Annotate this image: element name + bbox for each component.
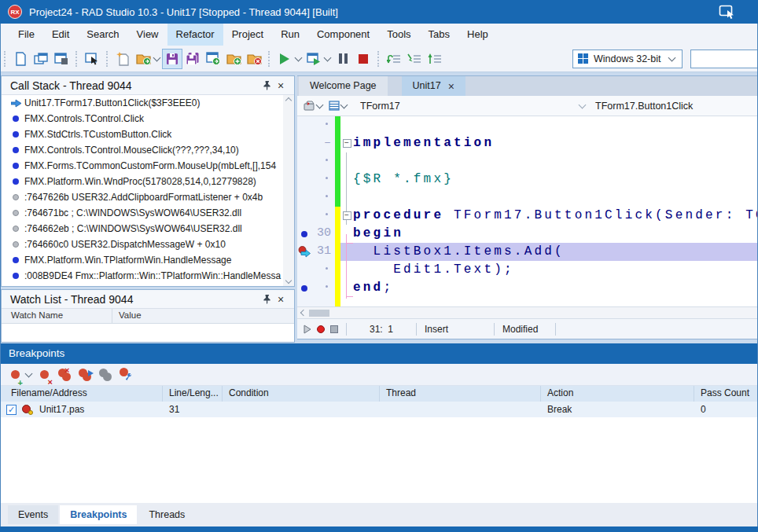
module-dropdown-chevron[interactable] — [316, 101, 324, 108]
add-breakpoint-dropdown-chevron[interactable] — [25, 369, 33, 377]
save-button[interactable] — [162, 49, 182, 69]
tab-threads[interactable]: Threads — [138, 505, 195, 524]
add-breakpoint-button[interactable]: + — [5, 365, 25, 384]
column-thread[interactable]: Thread — [380, 386, 541, 402]
call-stack-frame[interactable]: :7647626b USER32.AddClipboardFormatListe… — [2, 189, 294, 205]
new-window-button[interactable] — [51, 49, 72, 69]
save-project-as-button[interactable] — [203, 49, 223, 69]
menu-item[interactable]: Tools — [378, 24, 419, 46]
code-line[interactable]: 30begin — [297, 225, 757, 243]
gutter-breakpoint-margin[interactable] — [297, 116, 311, 134]
program-reset-button[interactable] — [353, 49, 373, 69]
breakpoint-enabled-checkbox[interactable]: ✓ — [6, 405, 17, 415]
module-icon[interactable] — [303, 100, 316, 112]
column-condition[interactable]: Condition — [223, 386, 380, 402]
code-line[interactable]: Edit1.Text); — [297, 261, 757, 279]
scroll-up-icon[interactable] — [285, 97, 292, 104]
code-line[interactable] — [297, 189, 757, 207]
watch-name-column-header[interactable]: Watch Name — [2, 309, 112, 323]
gutter-breakpoint-margin[interactable] — [297, 207, 311, 225]
gutter-breakpoint-margin[interactable] — [297, 279, 311, 297]
editor-horizontal-scrollbar[interactable] — [297, 306, 757, 318]
call-stack-frame[interactable]: Unit17.TForm17.Button1Click($3F3EEE0) — [2, 95, 294, 111]
menu-item[interactable]: Refactor — [167, 24, 223, 46]
gutter-breakpoint-margin[interactable] — [297, 134, 311, 152]
scrollbar-thumb[interactable] — [309, 310, 329, 317]
member-dropdown-chevron[interactable] — [579, 101, 587, 108]
code-line[interactable]: –−implementation — [297, 134, 757, 152]
menu-item[interactable]: Run — [272, 24, 308, 46]
save-all-button[interactable] — [182, 49, 203, 69]
fold-margin[interactable]: − — [340, 207, 353, 225]
code-line[interactable]: {$R *.fmx} — [297, 171, 757, 189]
run-button[interactable] — [274, 49, 295, 69]
gutter-breakpoint-margin[interactable] — [297, 152, 311, 171]
menu-item[interactable]: Help — [458, 24, 497, 46]
menu-item[interactable]: Edit — [43, 24, 78, 46]
macro-record-icon[interactable] — [317, 325, 325, 333]
code-line[interactable] — [297, 116, 757, 134]
column-line-length[interactable]: Line/Leng... — [163, 386, 223, 402]
uses-dropdown-chevron[interactable] — [340, 101, 348, 108]
ide-search-input[interactable] — [690, 50, 758, 68]
open-file-dropdown-chevron[interactable] — [153, 53, 161, 61]
fold-collapse-icon[interactable]: − — [343, 139, 351, 148]
menu-item[interactable]: Component — [308, 24, 378, 46]
gutter-breakpoint-margin[interactable] — [297, 261, 311, 279]
new-items-button[interactable] — [10, 49, 31, 69]
remove-from-project-button[interactable] — [244, 49, 264, 69]
call-stack-frame[interactable]: :764662eb ; C:\WINDOWS\SysWOW64\USER32.d… — [2, 221, 294, 237]
uses-list-icon[interactable] — [328, 100, 340, 112]
pin-icon[interactable] — [259, 292, 274, 306]
enable-all-breakpoints-button[interactable] — [75, 365, 95, 384]
watch-value-column-header[interactable]: Value — [112, 309, 294, 323]
pin-icon[interactable] — [259, 79, 274, 93]
call-stack-frame[interactable]: :764671bc ; C:\WINDOWS\SysWOW64\USER32.d… — [2, 205, 294, 221]
current-line-breakpoint-icon[interactable] — [298, 246, 311, 258]
run-until-return-button[interactable] — [425, 49, 445, 69]
trace-into-button[interactable] — [404, 49, 425, 69]
menu-item[interactable]: View — [128, 24, 167, 46]
call-stack-frame[interactable]: FMX.Controls.TControl.MouseClick(???,???… — [2, 142, 294, 158]
menu-item[interactable]: Search — [78, 24, 127, 46]
call-stack-scrollbar[interactable] — [283, 95, 294, 286]
call-stack-frame[interactable]: FMX.Forms.TCommonCustomForm.MouseUp(mbLe… — [2, 158, 294, 174]
menu-item[interactable]: Project — [223, 24, 272, 46]
breakpoint-row[interactable]: ✓ Unit17.pas 31 Break 0 — [0, 402, 758, 417]
fold-collapse-icon[interactable]: − — [343, 211, 351, 220]
tab-events[interactable]: Events — [8, 505, 58, 524]
menu-item[interactable]: Tabs — [420, 24, 458, 46]
tab-breakpoints[interactable]: Breakpoints — [60, 505, 137, 524]
run-dropdown-chevron[interactable] — [295, 53, 303, 61]
add-to-project-button[interactable] — [223, 49, 244, 69]
call-stack-frame[interactable]: :008B9DE4 Fmx::Platform::Win::TPlatformW… — [2, 268, 294, 284]
call-stack-frame[interactable]: FMX.Controls.TControl.Click — [2, 111, 294, 127]
gutter-breakpoint-margin[interactable] — [297, 189, 311, 207]
code-line[interactable] — [297, 297, 757, 306]
target-platform-selector[interactable]: Windows 32-bit — [572, 50, 683, 68]
call-stack-frame[interactable]: FMX.StdCtrls.TCustomButton.Click — [2, 127, 294, 142]
fold-margin[interactable]: − — [340, 134, 353, 152]
call-stack-frame[interactable]: FMX.Platform.Win.WndProc(5178028,514,0,1… — [2, 174, 294, 189]
macro-play-icon[interactable] — [304, 325, 311, 334]
tab-close-icon[interactable]: × — [448, 81, 454, 92]
close-icon[interactable]: × — [274, 79, 288, 93]
run-without-debugging-dropdown-chevron[interactable] — [324, 53, 332, 61]
code-line[interactable] — [297, 152, 757, 171]
gutter-breakpoint-margin[interactable] — [297, 225, 311, 243]
menu-item[interactable]: File — [9, 24, 43, 46]
platform-dropdown-chevron[interactable] — [668, 53, 676, 61]
breakpoint-properties-button[interactable] — [116, 365, 136, 384]
gutter-breakpoint-margin[interactable] — [297, 297, 311, 306]
run-without-debugging-button[interactable] — [304, 49, 324, 69]
tab-welcome-page[interactable]: Welcome Page — [299, 76, 388, 96]
desktop-layout-icon[interactable] — [719, 5, 736, 20]
new-file-button[interactable] — [112, 49, 133, 69]
column-filename[interactable]: Filename/Address — [0, 386, 163, 402]
code-line[interactable]: 31 ListBox1.Items.Add( — [297, 243, 757, 261]
code-line[interactable]: −procedure TForm17.Button1Click(Sender: … — [297, 207, 757, 225]
disable-all-breakpoints-button[interactable] — [95, 365, 116, 384]
open-file-button[interactable] — [133, 49, 153, 69]
scroll-left-icon[interactable] — [300, 310, 307, 316]
type-selector-combo[interactable]: TForm17 — [360, 101, 400, 112]
